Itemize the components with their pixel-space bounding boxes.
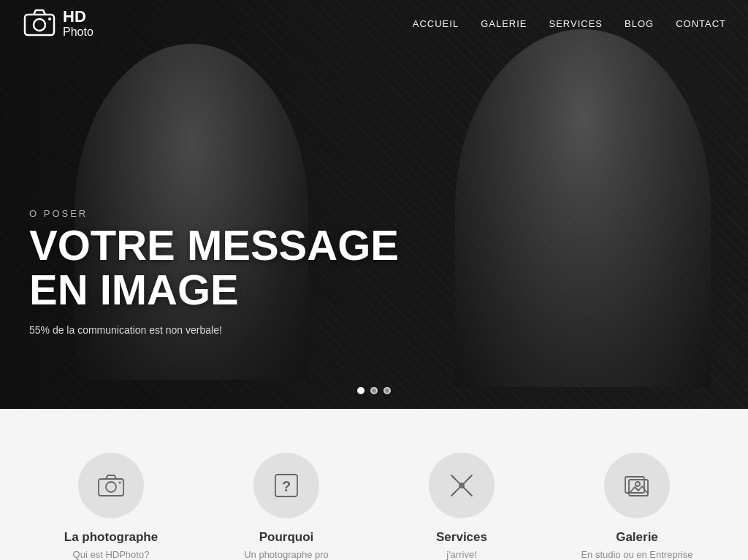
logo[interactable]: HD Photo	[22, 6, 94, 41]
card-photographe-title: La photographe	[64, 530, 158, 545]
slider-dot-2[interactable]	[370, 387, 378, 394]
slider-dot-3[interactable]	[383, 387, 391, 394]
card-photographe-subtitle: Qui est HDPhoto?	[73, 549, 150, 560]
logo-text: HD Photo	[63, 8, 94, 39]
card-galerie-icon-wrap	[604, 453, 670, 518]
svg-rect-3	[0, 0, 748, 409]
tools-icon	[447, 471, 476, 500]
hero-pre-text: O POSER	[29, 208, 399, 219]
hero-title: VOTRE MESSAGE EN IMAGE	[29, 223, 399, 312]
card-photographe-icon-wrap	[78, 453, 144, 518]
cards-section: La photographe Qui est HDPhoto? ? Pourqu…	[0, 409, 748, 560]
slider-dot-1[interactable]	[357, 387, 365, 394]
svg-line-13	[468, 475, 472, 479]
card-galerie[interactable]: Galerie En studio ou en Entreprise allez…	[571, 453, 703, 560]
card-pourquoi-subtitle: Un photographe pro	[244, 549, 329, 560]
slider-dots	[357, 387, 391, 394]
nav-services[interactable]: SERVICES	[549, 18, 603, 29]
nav-accueil[interactable]: ACCUEIL	[413, 18, 459, 29]
nav-blog[interactable]: BLOG	[625, 18, 654, 29]
card-services-title: Services	[436, 530, 487, 545]
card-services-icon-wrap	[429, 453, 495, 518]
card-galerie-title: Galerie	[616, 530, 658, 545]
navbar: HD Photo ACCUEIL GALERIE SERVICES BLOG C…	[0, 0, 748, 47]
card-pourquoi[interactable]: ? Pourquoi Un photographe pro	[221, 453, 352, 560]
svg-point-6	[119, 482, 121, 484]
question-icon: ?	[272, 471, 301, 500]
svg-text:?: ?	[282, 478, 291, 494]
svg-line-15	[468, 492, 472, 496]
card-galerie-subtitle: En studio ou en Entreprise allez voir!	[571, 549, 703, 560]
nav-contact[interactable]: CONTACT	[676, 18, 726, 29]
svg-point-5	[106, 482, 116, 492]
svg-point-2	[48, 18, 51, 20]
hero-content: O POSER VOTRE MESSAGE EN IMAGE 55% de la…	[29, 208, 399, 336]
camera-icon	[96, 471, 126, 500]
hero-title-line2: EN IMAGE	[29, 266, 239, 313]
card-services-subtitle: j'arrive!	[446, 549, 477, 560]
hero-texture	[0, 0, 748, 409]
nav-galerie[interactable]: GALERIE	[481, 18, 527, 29]
svg-point-18	[636, 482, 640, 486]
card-pourquoi-title: Pourquoi	[259, 530, 314, 545]
gallery-icon	[622, 471, 652, 500]
hero-subtitle: 55% de la communication est non verbale!	[29, 324, 399, 336]
hero-title-line1: VOTRE MESSAGE	[29, 221, 399, 269]
card-services[interactable]: Services j'arrive!	[396, 453, 527, 560]
logo-icon	[22, 6, 57, 41]
card-photographe[interactable]: La photographe Qui est HDPhoto?	[45, 453, 177, 560]
hero-section: O POSER VOTRE MESSAGE EN IMAGE 55% de la…	[0, 0, 748, 409]
svg-line-14	[451, 492, 455, 496]
svg-point-1	[34, 19, 45, 31]
card-pourquoi-icon-wrap: ?	[253, 453, 319, 518]
nav-links: ACCUEIL GALERIE SERVICES BLOG CONTACT	[413, 17, 726, 30]
svg-line-12	[451, 475, 455, 479]
